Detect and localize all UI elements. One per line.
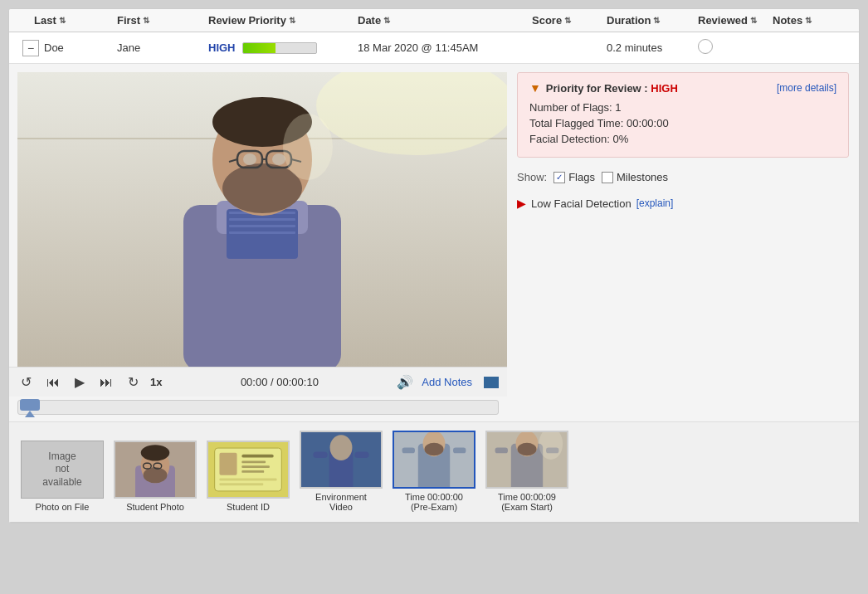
sort-icon-first: ⇅	[143, 16, 149, 25]
svg-rect-39	[219, 483, 263, 485]
flag-icon: ▶	[517, 197, 526, 210]
svg-rect-50	[402, 448, 415, 454]
svg-rect-37	[241, 470, 264, 473]
thumb-label-time2: Time 00:00:09(Exam Start)	[498, 492, 556, 512]
svg-point-49	[424, 443, 443, 455]
cell-duration: 0.2 minutes	[607, 41, 698, 54]
svg-rect-51	[453, 448, 466, 454]
sort-icon-notes: ⇅	[805, 16, 812, 25]
sort-icon-reviewed: ⇅	[750, 16, 757, 25]
svg-point-19	[243, 153, 256, 165]
svg-rect-7	[229, 218, 295, 221]
video-info-row: ↺ ⏮ ▶ ⏭ ↻ 1x 00:00 / 00:00:10 🔊 Add Note…	[9, 64, 859, 421]
photo-not-available: Imagenotavailable	[21, 441, 104, 499]
thumb-label-student-id: Student ID	[227, 502, 270, 512]
more-details-link[interactable]: [more details]	[777, 82, 836, 94]
thumb-student-id[interactable]: Student ID	[207, 441, 290, 512]
svg-rect-34	[241, 455, 273, 458]
cell-priority: HIGH	[208, 41, 358, 54]
timeline-bar[interactable]	[17, 400, 499, 415]
milestones-checkbox[interactable]	[602, 172, 613, 183]
priority-title: Priority for Review : HIGH	[546, 82, 678, 95]
thumb-img-time1	[393, 431, 475, 489]
header-score[interactable]: Score ⇅	[532, 14, 607, 27]
priority-panel-header: ▼ Priority for Review : HIGH [more detai…	[529, 81, 836, 95]
video-section: ↺ ⏮ ▶ ⏭ ↻ 1x 00:00 / 00:00:10 🔊 Add Note…	[9, 64, 507, 421]
thumb-label-env-video: EnvironmentVideo	[315, 492, 367, 512]
svg-rect-35	[241, 460, 266, 463]
info-section: ▼ Priority for Review : HIGH [more detai…	[507, 64, 859, 421]
priority-header-left: ▼ Priority for Review : HIGH	[529, 81, 678, 95]
thumbnails-row: Imagenotavailable Photo on File	[9, 421, 859, 522]
thumb-photo-on-file[interactable]: Imagenotavailable Photo on File	[21, 441, 104, 512]
sort-icon-date: ⇅	[383, 16, 390, 25]
sort-icon-score: ⇅	[564, 16, 571, 25]
thumb-img-student-id	[207, 441, 290, 499]
svg-rect-45	[301, 431, 381, 487]
skip-back-button[interactable]: ⏮	[43, 373, 63, 392]
thumb-student-photo[interactable]: Student Photo	[114, 441, 197, 512]
svg-rect-22	[20, 399, 40, 411]
rewind-button[interactable]: ↺	[17, 372, 35, 392]
svg-point-55	[517, 443, 536, 455]
cell-first: Jane	[117, 41, 208, 54]
flags-checkbox[interactable]: ✓	[553, 172, 565, 183]
svg-point-21	[283, 114, 333, 180]
sort-icon-duration: ⇅	[653, 16, 660, 25]
timeline-indicator	[18, 399, 41, 417]
svg-rect-9	[229, 231, 295, 234]
thumb-time2[interactable]: Time 00:00:09(Exam Start)	[485, 431, 568, 512]
notes-icon	[484, 377, 499, 388]
svg-point-27	[144, 467, 168, 483]
time2-svg	[487, 431, 567, 489]
priority-label: HIGH	[208, 41, 236, 54]
thumb-label-student-photo: Student Photo	[126, 502, 184, 512]
priority-panel: ▼ Priority for Review : HIGH [more detai…	[517, 72, 849, 158]
flags-checkbox-item[interactable]: ✓ Flags	[553, 171, 595, 183]
svg-rect-56	[495, 448, 508, 454]
header-date[interactable]: Date ⇅	[358, 14, 532, 27]
explain-link[interactable]: [explain]	[636, 197, 674, 209]
thumb-img-env-video	[300, 431, 383, 489]
show-row: Show: ✓ Flags Milestones	[517, 168, 849, 187]
sort-icon-last: ⇅	[59, 16, 66, 25]
thumb-label-time1: Time 00:00:00(Pre-Exam)	[405, 492, 463, 512]
svg-rect-38	[219, 479, 276, 481]
priority-bar-container	[242, 42, 317, 54]
reviewed-circle[interactable]	[698, 39, 713, 54]
thumb-time1[interactable]: Time 00:00:00(Pre-Exam)	[393, 431, 475, 512]
time-display: 00:00 / 00:00:10	[170, 376, 388, 388]
skip-forward-button[interactable]: ⏭	[96, 373, 116, 392]
time1-svg	[394, 431, 474, 489]
flag-text: Low Facial Detection	[531, 197, 631, 210]
video-frame	[17, 72, 507, 367]
thumb-img-student-photo	[114, 441, 197, 499]
expanded-panel: ↺ ⏮ ▶ ⏭ ↻ 1x 00:00 / 00:00:10 🔊 Add Note…	[9, 64, 859, 523]
header-first[interactable]: First ⇅	[117, 14, 208, 27]
cell-last: − Doe	[9, 40, 117, 56]
header-duration[interactable]: Duration ⇅	[607, 14, 698, 27]
add-notes-button[interactable]: Add Notes	[422, 376, 472, 388]
svg-point-20	[272, 153, 285, 165]
svg-marker-23	[25, 411, 35, 417]
thumb-env-video[interactable]: EnvironmentVideo	[300, 431, 383, 512]
expand-icon[interactable]: −	[22, 40, 39, 56]
header-notes[interactable]: Notes ⇅	[773, 14, 839, 27]
triangle-icon: ▼	[529, 81, 541, 95]
svg-rect-8	[229, 225, 295, 227]
cell-reviewed	[698, 39, 773, 56]
volume-icon[interactable]: 🔊	[397, 374, 413, 390]
speed-label: 1x	[150, 376, 162, 388]
header-priority[interactable]: Review Priority ⇅	[208, 14, 358, 27]
play-button[interactable]: ▶	[71, 372, 88, 392]
loop-button[interactable]: ↻	[124, 372, 142, 392]
header-reviewed[interactable]: Reviewed ⇅	[698, 14, 773, 27]
flag-row: ▶ Low Facial Detection [explain]	[517, 197, 849, 210]
video-player[interactable]	[17, 72, 507, 367]
svg-rect-33	[219, 453, 237, 475]
env-video-svg	[301, 431, 381, 489]
svg-rect-36	[241, 465, 270, 468]
student-id-svg	[208, 441, 288, 499]
milestones-checkbox-item[interactable]: Milestones	[602, 171, 668, 183]
header-last[interactable]: Last ⇅	[9, 14, 117, 27]
